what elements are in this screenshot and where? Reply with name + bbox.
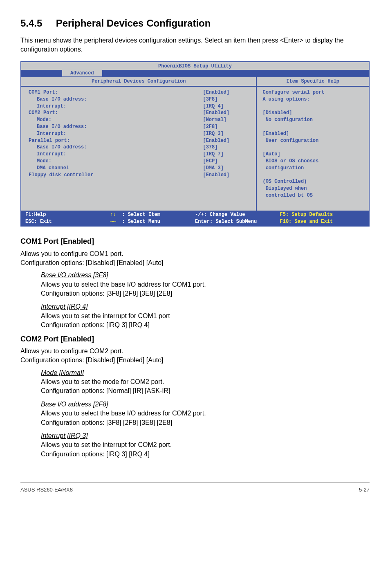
footer-page-number: 5-27 [359,486,370,494]
bios-help-line: (OS Controlled) [262,178,365,185]
bios-setting-row[interactable]: DMA channel[DMA 3] [29,165,252,172]
bios-screenshot: PhoenixBIOS Setup Utility Advanced Perip… [20,61,370,227]
com1-baseio-title: Base I/O address [3F8] [41,271,370,280]
bios-setting-label: Interrupt: [29,151,203,158]
bios-help-line: Confugure serial port [262,89,365,96]
bios-help-line: A using options: [262,96,365,103]
bios-setting-value: [Enabled] [203,110,252,117]
bios-setting-value: [2F8] [203,123,252,130]
bios-footer: F1:HelpESC: Exit ↑↓ : Select Item→← : Se… [21,211,369,226]
bios-footer-col4: F5: Setup DefaultsF10: Save and Exit [280,211,365,225]
page-footer: ASUS RS260-E4/RX8 5-27 [20,479,370,494]
com2-baseio-block: Base I/O address [2F8] Allows you to sel… [41,400,370,427]
bios-setting-value: [Enabled] [203,89,252,96]
com2-baseio-title: Base I/O address [2F8] [41,400,370,409]
arrow-lr-icon: →← [110,219,116,224]
com2-mode-title: Mode [Normal] [41,368,370,377]
bios-setting-value: [378] [203,144,252,151]
bios-setting-row[interactable]: Base I/O address:[2F8] [29,123,252,130]
bios-help-line [262,103,365,110]
bios-setting-label: COM2 Port: [29,110,203,117]
com2-interrupt-body: Allows you to set the interrupt for COM2… [41,440,370,459]
section-number: 5.4.5 [20,16,53,30]
bios-setting-value: [Normal] [203,117,252,123]
bios-left-header: Peripheral Devices Configuration [21,76,256,87]
bios-help-line: User configuration [262,137,365,144]
com2-desc: Allows you to configure COM2 port. Confi… [20,347,370,365]
com1-desc: Allows you to configure COM1 port. Confi… [20,249,370,268]
com2-interrupt-block: Interrupt [IRQ 3] Allows you to set the … [41,431,370,459]
bios-footer-col1: F1:HelpESC: Exit [25,211,110,225]
section-title-text: Peripheral Devices Configuration [56,18,211,29]
bios-setting-label: Parallel port: [29,137,203,144]
com1-baseio-body: Allows you to select the base I/O addres… [41,280,370,298]
com1-interrupt-body: Allows you to set the interrupt for COM1… [41,312,370,330]
bios-setting-row[interactable]: Interrupt:[IRQ 7] [29,151,252,158]
bios-right-pane: Item Specific Help Confugure serial port… [257,76,369,211]
com2-baseio-body: Allows you to select the base I/O addres… [41,409,370,427]
bios-utility-title: PhoenixBIOS Setup Utility [21,62,369,70]
bios-setting-value: [ECP] [203,158,252,165]
bios-setting-row[interactable]: COM2 Port:[Enabled] [29,110,252,117]
com1-interrupt-block: Interrupt [IRQ 4] Allows you to set the … [41,302,370,330]
footer-product: ASUS RS260-E4/RX8 [20,487,73,493]
bios-setting-value: [IRQ 7] [203,151,252,158]
bios-help-line [262,123,365,130]
bios-help-line: [Enabled] [262,130,365,137]
bios-right-header: Item Specific Help [257,76,369,87]
arrow-ud-icon: ↑↓ [110,212,116,218]
bios-setting-value: [DMA 3] [203,165,252,172]
bios-setting-label: Interrupt: [29,130,203,137]
bios-setting-row[interactable]: Mode:[Normal] [29,117,252,123]
bios-setting-row[interactable]: Base I/O address:[3F8] [29,96,252,103]
bios-setting-label: Base I/O address: [29,96,203,103]
com2-interrupt-title: Interrupt [IRQ 3] [41,431,370,440]
bios-help-line: configuration [262,165,365,172]
bios-setting-value: [Enabled] [203,137,252,144]
section-heading: 5.4.5 Peripheral Devices Configuration [20,16,370,30]
bios-help-line: [Disabled] [262,110,365,117]
bios-setting-row[interactable]: Mode:[ECP] [29,158,252,165]
bios-setting-label: Interrupt: [29,103,203,110]
bios-help-line [262,172,365,179]
bios-setting-label: Base I/O address: [29,123,203,130]
bios-setting-row[interactable]: Base I/O address:[378] [29,144,252,151]
bios-setting-label: Mode: [29,158,203,165]
bios-help-text: Confugure serial portA using options: [D… [257,87,369,211]
bios-setting-label: Base I/O address: [29,144,203,151]
bios-footer-col3: -/+: Change ValueEnter: Select SubMenu [195,211,280,225]
com2-mode-body: Allows you to set the mode for COM2 port… [41,377,370,396]
bios-help-line: No configuration [262,117,365,123]
com1-baseio-block: Base I/O address [3F8] Allows you to sel… [41,271,370,298]
bios-setting-row[interactable]: Floppy disk controller[Enabled] [29,172,252,179]
bios-setting-value: [3F8] [203,96,252,103]
bios-tab-bar: Advanced [21,70,369,76]
bios-setting-value: [IRQ 4] [203,103,252,110]
bios-settings-list: COM1 Port:[Enabled]Base I/O address:[3F8… [21,87,256,190]
com1-heading: COM1 Port [Enabled] [20,236,370,247]
bios-setting-label: DMA channel [29,165,203,172]
com2-heading: COM2 Port [Enabled] [20,334,370,344]
com1-interrupt-title: Interrupt [IRQ 4] [41,302,370,311]
bios-setting-row[interactable]: Parallel port:[Enabled] [29,137,252,144]
intro-paragraph: This menu shows the peripheral devices c… [20,36,370,54]
bios-setting-value: [IRQ 3] [203,130,252,137]
bios-setting-row[interactable]: Interrupt:[IRQ 3] [29,130,252,137]
bios-help-line: controlled bt OS [262,192,365,199]
bios-help-line: [Auto] [262,151,365,158]
bios-help-line [262,144,365,151]
bios-setting-label: COM1 Port: [29,89,203,96]
bios-tab-advanced[interactable]: Advanced [62,70,102,76]
bios-setting-label: Mode: [29,117,203,123]
bios-help-line: Displayed when [262,185,365,192]
bios-left-pane: Peripheral Devices Configuration COM1 Po… [21,76,257,211]
bios-footer-col2: ↑↓ : Select Item→← : Select Menu [110,211,195,225]
bios-setting-value: [Enabled] [203,172,252,179]
com2-mode-block: Mode [Normal] Allows you to set the mode… [41,368,370,396]
bios-setting-label: Floppy disk controller [29,172,203,179]
bios-setting-row[interactable]: COM1 Port:[Enabled] [29,89,252,96]
bios-help-line: BIOS or OS chooses [262,158,365,165]
bios-setting-row[interactable]: Interrupt:[IRQ 4] [29,103,252,110]
